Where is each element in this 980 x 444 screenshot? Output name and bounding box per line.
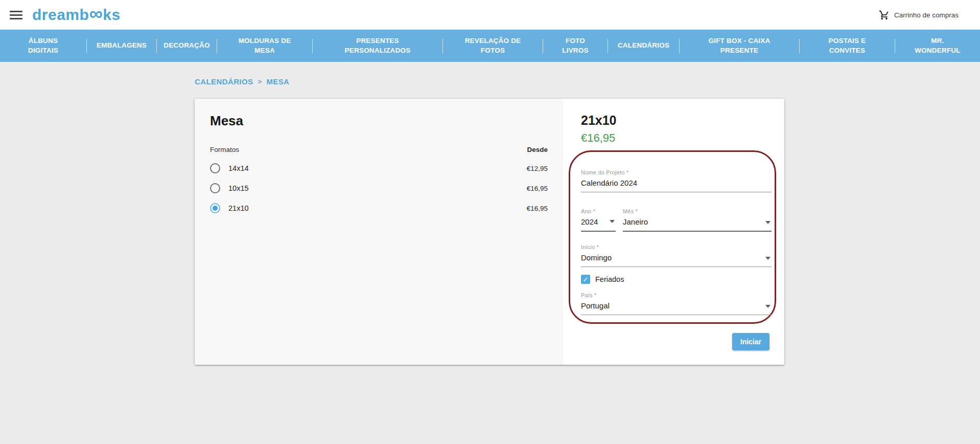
chevron-down-icon [765,221,771,224]
formats-column-label: Formatos [210,146,239,153]
nav-item-mr-wonderful[interactable]: MR. WONDERFUL [895,30,980,62]
logo-text-pre: dreamb [32,7,89,23]
format-price: €12,95 [527,165,548,172]
nav-item-foto-livros[interactable]: FOTO LIVROS [543,30,608,62]
hamburger-bar [10,14,22,16]
format-option-10x15[interactable]: 10x15 €16,95 [210,183,548,193]
radio-unchecked-icon[interactable] [210,163,220,173]
hamburger-menu-icon[interactable] [10,9,22,21]
project-name-label: Nome do Projeto * [581,169,772,175]
nav-item-gift-box[interactable]: GIFT BOX - CAIXA PRESENTE [680,30,799,62]
country-value[interactable]: Portugal [581,301,772,315]
selected-format-price: €16,95 [581,131,615,145]
format-option-14x14[interactable]: 14x14 €12,95 [210,163,548,173]
breadcrumb-calendarios[interactable]: CALENDÁRIOS [195,77,253,86]
holidays-label: Feriados [595,275,624,283]
selected-format-title: 21x10 [581,113,617,128]
country-select[interactable]: País * Portugal [581,292,772,315]
breadcrumb-separator-icon: > [258,78,262,85]
breadcrumb: CALENDÁRIOS > MESA [195,77,980,86]
format-label: 10x15 [228,184,249,192]
chevron-down-icon [765,257,771,260]
cart-icon [879,10,890,20]
chevron-down-icon [610,220,615,223]
header: dreamb∞ks Carrinho de compras [0,0,980,30]
dreambooks-logo[interactable]: dreamb∞ks [32,7,121,23]
month-label: Mês * [623,208,772,214]
month-value[interactable]: Janeiro [623,217,772,232]
format-label: 14x14 [228,164,249,172]
country-label: País * [581,292,772,298]
project-name-input[interactable]: Calendário 2024 [581,179,772,192]
radio-checked-icon[interactable] [210,203,220,213]
checkbox-checked-icon[interactable]: ✓ [581,275,590,284]
format-price: €16,95 [527,185,548,192]
logo-text-post: ks [103,7,120,23]
cart-button[interactable]: Carrinho de compras [879,10,959,20]
price-column-label: Desde [527,146,548,153]
config-panel: 21x10 €16,95 Nome do Projeto * Calendári… [563,99,784,365]
category-nav: ÁLBUNS DIGITAIS EMBALAGENS DECORAÇÃO MOL… [0,30,980,62]
page-title: Mesa [210,113,548,129]
start-day-value[interactable]: Domingo [581,253,772,267]
year-select[interactable]: Ano * 2024 [581,208,616,232]
hamburger-bar [10,11,22,12]
formats-header-row: Formatos Desde [210,146,548,153]
start-button[interactable]: Iniciar [732,333,769,350]
hamburger-bar [10,18,22,19]
nav-item-presentes-personalizados[interactable]: PRESENTES PERSONALIZADOS [313,30,442,62]
cart-label: Carrinho de compras [894,11,959,19]
breadcrumb-mesa[interactable]: MESA [266,77,289,86]
nav-item-revelacao-de-fotos[interactable]: REVELAÇÃO DE FOTOS [443,30,543,62]
formats-panel: Mesa Formatos Desde 14x14 €12,95 10x15 €… [195,99,563,365]
format-option-21x10[interactable]: 21x10 €16,95 [210,203,548,213]
project-name-field[interactable]: Nome do Projeto * Calendário 2024 [581,169,772,192]
format-price: €16,95 [527,205,548,212]
product-card: Mesa Formatos Desde 14x14 €12,95 10x15 €… [195,99,784,365]
nav-item-embalagens[interactable]: EMBALAGENS [87,30,156,62]
radio-unchecked-icon[interactable] [210,183,220,193]
month-select[interactable]: Mês * Janeiro [623,208,772,232]
year-month-row: Ano * 2024 Mês * Janeiro [581,208,772,232]
start-day-select[interactable]: Início * Domingo [581,244,772,267]
holidays-checkbox-row[interactable]: ✓ Feriados [581,275,624,284]
nav-item-molduras-de-mesa[interactable]: MOLDURAS DE MESA [217,30,312,62]
start-day-label: Início * [581,244,772,250]
format-label: 21x10 [228,204,249,212]
nav-item-albuns-digitais[interactable]: ÁLBUNS DIGITAIS [0,30,86,62]
nav-item-decoracao[interactable]: DECORAÇÃO [157,30,217,62]
nav-item-postais-e-convites[interactable]: POSTAIS E CONVITES [800,30,895,62]
nav-item-calendarios[interactable]: CALENDÁRIOS [608,30,679,62]
chevron-down-icon [765,305,771,308]
year-label: Ano * [581,208,616,214]
